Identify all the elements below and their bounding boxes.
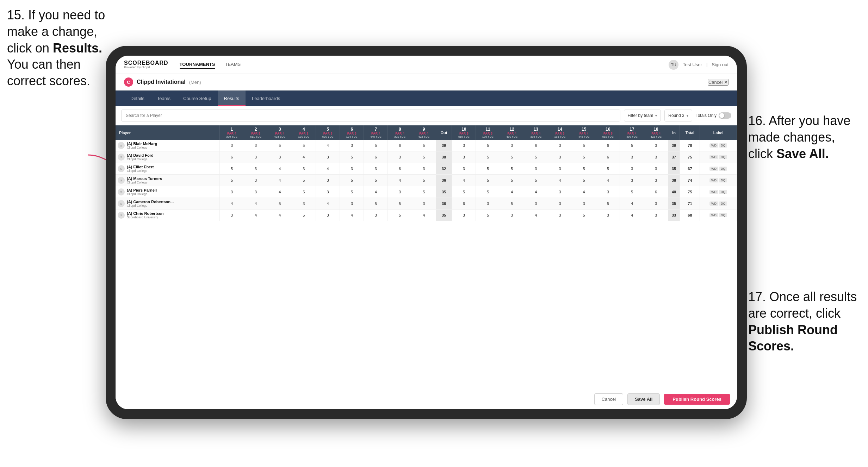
score-h2[interactable]: 3 bbox=[244, 175, 268, 186]
score-h5[interactable]: 3 bbox=[316, 175, 340, 186]
score-h13[interactable]: 6 bbox=[524, 140, 548, 151]
sign-out-link[interactable]: Sign out bbox=[712, 62, 728, 67]
publish-round-scores-button[interactable]: Publish Round Scores bbox=[664, 394, 730, 405]
score-h1[interactable]: 5 bbox=[220, 163, 244, 175]
score-h4[interactable]: 5 bbox=[292, 140, 316, 151]
score-h10[interactable]: 3 bbox=[452, 210, 476, 221]
score-h6[interactable]: 5 bbox=[340, 175, 364, 186]
score-h13[interactable]: 5 bbox=[524, 175, 548, 186]
score-h6[interactable]: 3 bbox=[340, 140, 364, 151]
score-h17[interactable]: 5 bbox=[620, 140, 644, 151]
score-h18[interactable]: 3 bbox=[644, 175, 668, 186]
score-h2[interactable]: 3 bbox=[244, 140, 268, 151]
score-h11[interactable]: 3 bbox=[476, 198, 500, 210]
score-h12[interactable]: 5 bbox=[500, 163, 524, 175]
score-h6[interactable]: 4 bbox=[340, 210, 364, 221]
score-h2[interactable]: 4 bbox=[244, 210, 268, 221]
score-h17[interactable]: 4 bbox=[620, 198, 644, 210]
score-h16[interactable]: 6 bbox=[596, 151, 620, 163]
score-h1[interactable]: 3 bbox=[220, 186, 244, 198]
score-h3[interactable]: 3 bbox=[268, 151, 292, 163]
score-h8[interactable]: 5 bbox=[388, 198, 412, 210]
nav-teams[interactable]: TEAMS bbox=[225, 60, 241, 69]
score-h9[interactable]: 4 bbox=[412, 210, 436, 221]
score-h4[interactable]: 5 bbox=[292, 186, 316, 198]
score-h18[interactable]: 3 bbox=[644, 151, 668, 163]
score-h11[interactable]: 5 bbox=[476, 175, 500, 186]
score-h6[interactable]: 3 bbox=[340, 198, 364, 210]
score-h6[interactable]: 5 bbox=[340, 151, 364, 163]
score-h16[interactable]: 3 bbox=[596, 186, 620, 198]
score-h14[interactable]: 3 bbox=[548, 198, 572, 210]
score-h8[interactable]: 6 bbox=[388, 140, 412, 151]
dq-button[interactable]: DQ bbox=[719, 143, 727, 148]
score-h6[interactable]: 5 bbox=[340, 186, 364, 198]
wd-button[interactable]: WD bbox=[709, 178, 718, 182]
dq-button[interactable]: DQ bbox=[719, 167, 727, 171]
score-h11[interactable]: 5 bbox=[476, 186, 500, 198]
score-h12[interactable]: 3 bbox=[500, 210, 524, 221]
score-h16[interactable]: 4 bbox=[596, 175, 620, 186]
score-h12[interactable]: 5 bbox=[500, 198, 524, 210]
score-h15[interactable]: 5 bbox=[572, 175, 596, 186]
score-h15[interactable]: 5 bbox=[572, 151, 596, 163]
score-h12[interactable]: 4 bbox=[500, 186, 524, 198]
score-h2[interactable]: 3 bbox=[244, 151, 268, 163]
score-h2[interactable]: 3 bbox=[244, 163, 268, 175]
score-h8[interactable]: 6 bbox=[388, 163, 412, 175]
score-h13[interactable]: 3 bbox=[524, 198, 548, 210]
cancel-button-top[interactable]: Cancel ✕ bbox=[708, 79, 728, 86]
score-h9[interactable]: 3 bbox=[412, 198, 436, 210]
score-h17[interactable]: 3 bbox=[620, 151, 644, 163]
score-h13[interactable]: 5 bbox=[524, 151, 548, 163]
score-h10[interactable]: 4 bbox=[452, 175, 476, 186]
score-h14[interactable]: 3 bbox=[548, 186, 572, 198]
nav-tournaments[interactable]: TOURNAMENTS bbox=[180, 60, 215, 69]
score-h1[interactable]: 5 bbox=[220, 175, 244, 186]
score-h5[interactable]: 4 bbox=[316, 198, 340, 210]
round-dropdown[interactable]: Round 3 ▾ bbox=[664, 110, 692, 122]
score-h9[interactable]: 5 bbox=[412, 186, 436, 198]
wd-button[interactable]: WD bbox=[709, 201, 718, 206]
score-h17[interactable]: 5 bbox=[620, 186, 644, 198]
score-h4[interactable]: 3 bbox=[292, 198, 316, 210]
score-h16[interactable]: 5 bbox=[596, 163, 620, 175]
score-h5[interactable]: 4 bbox=[316, 163, 340, 175]
score-h16[interactable]: 5 bbox=[596, 198, 620, 210]
score-h8[interactable]: 4 bbox=[388, 175, 412, 186]
score-h8[interactable]: 3 bbox=[388, 151, 412, 163]
score-h9[interactable]: 3 bbox=[412, 163, 436, 175]
score-h7[interactable]: 5 bbox=[364, 198, 388, 210]
score-h12[interactable]: 5 bbox=[500, 175, 524, 186]
dq-button[interactable]: DQ bbox=[719, 213, 727, 217]
tab-details[interactable]: Details bbox=[124, 91, 151, 106]
score-h10[interactable]: 3 bbox=[452, 163, 476, 175]
score-h9[interactable]: 5 bbox=[412, 140, 436, 151]
score-h11[interactable]: 5 bbox=[476, 163, 500, 175]
score-h1[interactable]: 3 bbox=[220, 140, 244, 151]
score-h11[interactable]: 5 bbox=[476, 151, 500, 163]
score-h12[interactable]: 5 bbox=[500, 151, 524, 163]
score-h5[interactable]: 3 bbox=[316, 151, 340, 163]
score-h11[interactable]: 5 bbox=[476, 140, 500, 151]
wd-button[interactable]: WD bbox=[709, 213, 718, 217]
score-h17[interactable]: 3 bbox=[620, 175, 644, 186]
score-h1[interactable]: 4 bbox=[220, 198, 244, 210]
score-h14[interactable]: 3 bbox=[548, 140, 572, 151]
score-h9[interactable]: 5 bbox=[412, 151, 436, 163]
score-h7[interactable]: 5 bbox=[364, 175, 388, 186]
wd-button[interactable]: WD bbox=[709, 155, 718, 159]
score-h18[interactable]: 3 bbox=[644, 163, 668, 175]
score-h9[interactable]: 5 bbox=[412, 175, 436, 186]
score-h10[interactable]: 5 bbox=[452, 186, 476, 198]
score-h4[interactable]: 3 bbox=[292, 163, 316, 175]
tab-leaderboards[interactable]: Leaderboards bbox=[246, 91, 286, 106]
score-h17[interactable]: 3 bbox=[620, 163, 644, 175]
score-h5[interactable]: 3 bbox=[316, 186, 340, 198]
score-h7[interactable]: 3 bbox=[364, 163, 388, 175]
score-h2[interactable]: 4 bbox=[244, 198, 268, 210]
score-h17[interactable]: 4 bbox=[620, 210, 644, 221]
score-h15[interactable]: 3 bbox=[572, 198, 596, 210]
cancel-button-footer[interactable]: Cancel bbox=[594, 393, 623, 405]
score-h4[interactable]: 5 bbox=[292, 210, 316, 221]
